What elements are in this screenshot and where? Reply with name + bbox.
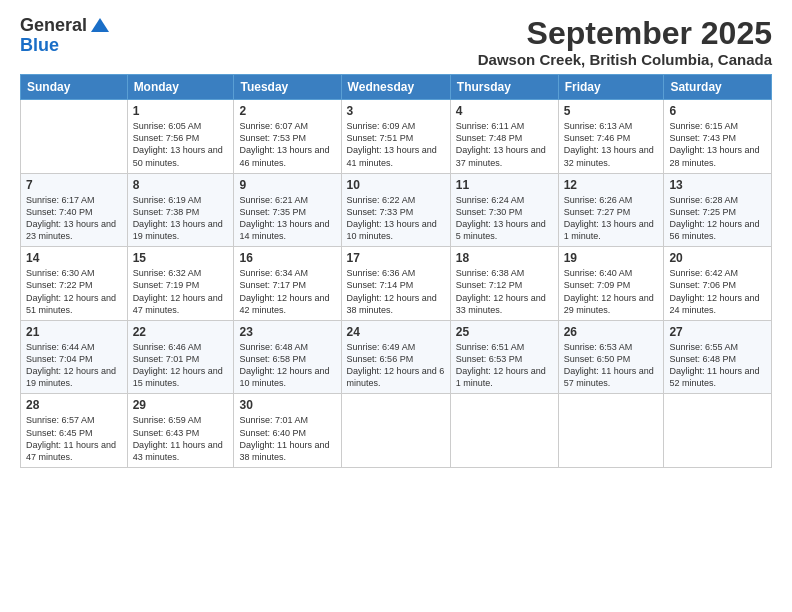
- daylight-text: Daylight: 13 hours and 50 minutes.: [133, 145, 223, 167]
- day-info: Sunrise: 6:22 AMSunset: 7:33 PMDaylight:…: [347, 194, 445, 243]
- sunrise-text: Sunrise: 6:21 AM: [239, 195, 308, 205]
- calendar-week-row: 7Sunrise: 6:17 AMSunset: 7:40 PMDaylight…: [21, 173, 772, 247]
- day-number: 9: [239, 178, 335, 192]
- sunrise-text: Sunrise: 6:05 AM: [133, 121, 202, 131]
- sunrise-text: Sunrise: 6:24 AM: [456, 195, 525, 205]
- sunrise-text: Sunrise: 6:07 AM: [239, 121, 308, 131]
- day-info: Sunrise: 6:11 AMSunset: 7:48 PMDaylight:…: [456, 120, 553, 169]
- day-info: Sunrise: 6:49 AMSunset: 6:56 PMDaylight:…: [347, 341, 445, 390]
- calendar-cell: 22Sunrise: 6:46 AMSunset: 7:01 PMDayligh…: [127, 320, 234, 394]
- calendar-week-row: 21Sunrise: 6:44 AMSunset: 7:04 PMDayligh…: [21, 320, 772, 394]
- col-friday: Friday: [558, 75, 664, 100]
- calendar-cell: [341, 394, 450, 468]
- day-info: Sunrise: 6:26 AMSunset: 7:27 PMDaylight:…: [564, 194, 659, 243]
- day-info: Sunrise: 6:51 AMSunset: 6:53 PMDaylight:…: [456, 341, 553, 390]
- calendar-cell: 21Sunrise: 6:44 AMSunset: 7:04 PMDayligh…: [21, 320, 128, 394]
- calendar-cell: 24Sunrise: 6:49 AMSunset: 6:56 PMDayligh…: [341, 320, 450, 394]
- calendar-cell: 2Sunrise: 6:07 AMSunset: 7:53 PMDaylight…: [234, 100, 341, 174]
- day-info: Sunrise: 6:09 AMSunset: 7:51 PMDaylight:…: [347, 120, 445, 169]
- title-block: September 2025 Dawson Creek, British Col…: [478, 16, 772, 68]
- daylight-text: Daylight: 13 hours and 23 minutes.: [26, 219, 116, 241]
- daylight-text: Daylight: 13 hours and 46 minutes.: [239, 145, 329, 167]
- day-number: 28: [26, 398, 122, 412]
- sunset-text: Sunset: 7:53 PM: [239, 133, 306, 143]
- day-info: Sunrise: 6:24 AMSunset: 7:30 PMDaylight:…: [456, 194, 553, 243]
- day-number: 22: [133, 325, 229, 339]
- sunrise-text: Sunrise: 6:30 AM: [26, 268, 95, 278]
- sunrise-text: Sunrise: 6:34 AM: [239, 268, 308, 278]
- day-info: Sunrise: 6:15 AMSunset: 7:43 PMDaylight:…: [669, 120, 766, 169]
- calendar-cell: 9Sunrise: 6:21 AMSunset: 7:35 PMDaylight…: [234, 173, 341, 247]
- daylight-text: Daylight: 13 hours and 32 minutes.: [564, 145, 654, 167]
- day-number: 26: [564, 325, 659, 339]
- day-number: 15: [133, 251, 229, 265]
- sunset-text: Sunset: 7:04 PM: [26, 354, 93, 364]
- calendar-cell: [450, 394, 558, 468]
- calendar-cell: 27Sunrise: 6:55 AMSunset: 6:48 PMDayligh…: [664, 320, 772, 394]
- day-info: Sunrise: 6:05 AMSunset: 7:56 PMDaylight:…: [133, 120, 229, 169]
- calendar-week-row: 14Sunrise: 6:30 AMSunset: 7:22 PMDayligh…: [21, 247, 772, 321]
- daylight-text: Daylight: 12 hours and 51 minutes.: [26, 293, 116, 315]
- daylight-text: Daylight: 12 hours and 24 minutes.: [669, 293, 759, 315]
- daylight-text: Daylight: 11 hours and 47 minutes.: [26, 440, 116, 462]
- calendar-cell: 14Sunrise: 6:30 AMSunset: 7:22 PMDayligh…: [21, 247, 128, 321]
- day-number: 20: [669, 251, 766, 265]
- day-info: Sunrise: 6:13 AMSunset: 7:46 PMDaylight:…: [564, 120, 659, 169]
- calendar-cell: 26Sunrise: 6:53 AMSunset: 6:50 PMDayligh…: [558, 320, 664, 394]
- day-info: Sunrise: 6:28 AMSunset: 7:25 PMDaylight:…: [669, 194, 766, 243]
- day-info: Sunrise: 6:34 AMSunset: 7:17 PMDaylight:…: [239, 267, 335, 316]
- daylight-text: Daylight: 12 hours and 15 minutes.: [133, 366, 223, 388]
- daylight-text: Daylight: 12 hours and 10 minutes.: [239, 366, 329, 388]
- calendar-cell: 8Sunrise: 6:19 AMSunset: 7:38 PMDaylight…: [127, 173, 234, 247]
- day-info: Sunrise: 6:32 AMSunset: 7:19 PMDaylight:…: [133, 267, 229, 316]
- daylight-text: Daylight: 12 hours and 38 minutes.: [347, 293, 437, 315]
- sunrise-text: Sunrise: 6:46 AM: [133, 342, 202, 352]
- sunset-text: Sunset: 7:51 PM: [347, 133, 414, 143]
- sunset-text: Sunset: 6:43 PM: [133, 428, 200, 438]
- sunrise-text: Sunrise: 7:01 AM: [239, 415, 308, 425]
- calendar-cell: 11Sunrise: 6:24 AMSunset: 7:30 PMDayligh…: [450, 173, 558, 247]
- day-number: 23: [239, 325, 335, 339]
- calendar-cell: 15Sunrise: 6:32 AMSunset: 7:19 PMDayligh…: [127, 247, 234, 321]
- sunset-text: Sunset: 7:17 PM: [239, 280, 306, 290]
- sunrise-text: Sunrise: 6:15 AM: [669, 121, 738, 131]
- daylight-text: Daylight: 11 hours and 52 minutes.: [669, 366, 759, 388]
- calendar-cell: 19Sunrise: 6:40 AMSunset: 7:09 PMDayligh…: [558, 247, 664, 321]
- sunset-text: Sunset: 7:35 PM: [239, 207, 306, 217]
- sunset-text: Sunset: 7:38 PM: [133, 207, 200, 217]
- sunset-text: Sunset: 7:09 PM: [564, 280, 631, 290]
- svg-marker-0: [91, 18, 109, 32]
- sunrise-text: Sunrise: 6:32 AM: [133, 268, 202, 278]
- daylight-text: Daylight: 12 hours and 29 minutes.: [564, 293, 654, 315]
- daylight-text: Daylight: 11 hours and 43 minutes.: [133, 440, 223, 462]
- calendar-cell: 23Sunrise: 6:48 AMSunset: 6:58 PMDayligh…: [234, 320, 341, 394]
- sunset-text: Sunset: 7:27 PM: [564, 207, 631, 217]
- calendar-cell: 4Sunrise: 6:11 AMSunset: 7:48 PMDaylight…: [450, 100, 558, 174]
- sunset-text: Sunset: 7:19 PM: [133, 280, 200, 290]
- sunrise-text: Sunrise: 6:57 AM: [26, 415, 95, 425]
- sunset-text: Sunset: 7:43 PM: [669, 133, 736, 143]
- sunrise-text: Sunrise: 6:38 AM: [456, 268, 525, 278]
- col-thursday: Thursday: [450, 75, 558, 100]
- sunrise-text: Sunrise: 6:55 AM: [669, 342, 738, 352]
- sunset-text: Sunset: 6:40 PM: [239, 428, 306, 438]
- daylight-text: Daylight: 12 hours and 33 minutes.: [456, 293, 546, 315]
- day-number: 17: [347, 251, 445, 265]
- logo-triangle-icon: [89, 14, 111, 36]
- day-number: 3: [347, 104, 445, 118]
- sunset-text: Sunset: 7:33 PM: [347, 207, 414, 217]
- day-number: 1: [133, 104, 229, 118]
- daylight-text: Daylight: 13 hours and 41 minutes.: [347, 145, 437, 167]
- day-number: 8: [133, 178, 229, 192]
- daylight-text: Daylight: 11 hours and 57 minutes.: [564, 366, 654, 388]
- calendar-cell: 29Sunrise: 6:59 AMSunset: 6:43 PMDayligh…: [127, 394, 234, 468]
- sunset-text: Sunset: 6:50 PM: [564, 354, 631, 364]
- day-number: 19: [564, 251, 659, 265]
- sunrise-text: Sunrise: 6:44 AM: [26, 342, 95, 352]
- weekday-header-row: Sunday Monday Tuesday Wednesday Thursday…: [21, 75, 772, 100]
- day-number: 18: [456, 251, 553, 265]
- calendar-cell: 16Sunrise: 6:34 AMSunset: 7:17 PMDayligh…: [234, 247, 341, 321]
- calendar-cell: 13Sunrise: 6:28 AMSunset: 7:25 PMDayligh…: [664, 173, 772, 247]
- calendar-cell: 30Sunrise: 7:01 AMSunset: 6:40 PMDayligh…: [234, 394, 341, 468]
- sunset-text: Sunset: 7:46 PM: [564, 133, 631, 143]
